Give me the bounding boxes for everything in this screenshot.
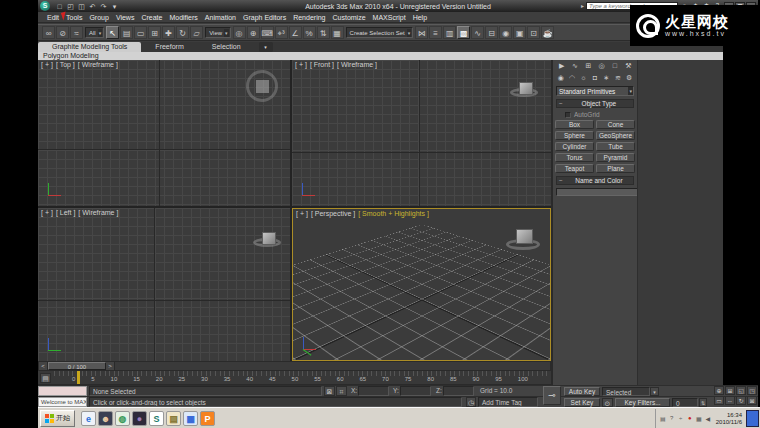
viewcube[interactable]: [516, 229, 533, 244]
recorder-tray-icon[interactable]: ●: [686, 415, 694, 422]
selection-filter-dropdown[interactable]: All ▾: [85, 27, 104, 38]
menu-help[interactable]: Help: [413, 14, 427, 21]
folder-window-icon[interactable]: ▤: [166, 411, 181, 426]
select-and-manipulate-icon[interactable]: ⊕: [247, 26, 260, 39]
viewport-shading[interactable]: [ Wireframe ]: [78, 209, 118, 216]
save-file-icon[interactable]: ◫: [77, 2, 86, 11]
zoom-region-icon[interactable]: ▭: [714, 396, 724, 405]
image-viewer-icon[interactable]: ▦: [183, 411, 198, 426]
snaps-toggle-3d-icon[interactable]: ⌖³: [275, 26, 288, 39]
menu-animation[interactable]: Animation: [205, 14, 236, 21]
viewport-shading[interactable]: [ Wireframe ]: [78, 61, 118, 68]
printer-tray-icon[interactable]: ▦: [695, 415, 703, 422]
unlink-selection-icon[interactable]: ⊘: [56, 26, 69, 39]
viewport-menu-icon[interactable]: [ + ]: [41, 61, 53, 68]
mirror-icon[interactable]: ⋈: [415, 26, 428, 39]
create-torus[interactable]: Torus: [555, 153, 594, 162]
help-tray-icon[interactable]: ?: [668, 415, 676, 422]
window-crossing-icon[interactable]: ⊞: [148, 26, 161, 39]
zoom-extents-all-icon[interactable]: ◳: [747, 386, 757, 395]
utilities-tab-icon[interactable]: ⚒: [623, 61, 633, 71]
bind-to-space-warp-icon[interactable]: ≈: [70, 26, 83, 39]
menu-edit[interactable]: Edit: [47, 14, 59, 21]
ribbon-minimize-icon[interactable]: ▾: [259, 42, 273, 52]
track-bar[interactable]: ▤ 05101520253035404550556065707580859095…: [38, 371, 551, 385]
keyboard-shortcut-override-icon[interactable]: ⌨: [261, 26, 274, 39]
cameras-icon[interactable]: ◘: [590, 73, 600, 83]
menu-graph-editors[interactable]: Graph Editors: [243, 14, 286, 21]
display-tab-icon[interactable]: □: [610, 61, 620, 71]
create-tab-icon[interactable]: ▶: [557, 61, 567, 71]
menu-views[interactable]: Views: [116, 14, 135, 21]
menu-maxscript[interactable]: MAXScript: [373, 14, 406, 21]
hierarchy-tab-icon[interactable]: ⊞: [583, 61, 593, 71]
named-selection-set-dropdown[interactable]: Create Selection Set ▾: [346, 27, 414, 38]
qat-options-icon[interactable]: ▾: [110, 2, 119, 11]
undo-icon[interactable]: ↶: [88, 2, 97, 11]
select-and-rotate-icon[interactable]: ↻: [176, 26, 189, 39]
qq-messenger-icon[interactable]: ☻: [98, 411, 113, 426]
current-frame-field[interactable]: 0: [672, 398, 698, 407]
mini-trackbar-icon[interactable]: ▤: [40, 373, 51, 383]
key-set-dropdown[interactable]: Selected: [602, 387, 650, 396]
time-slider[interactable]: < 0 / 100 >: [38, 361, 551, 371]
language-bar[interactable]: [746, 410, 759, 427]
set-keys-button[interactable]: ⊸: [543, 386, 561, 405]
create-cone[interactable]: Cone: [596, 120, 635, 129]
scanner-tray-icon[interactable]: ▤: [659, 415, 667, 422]
select-object-icon[interactable]: ↖: [106, 26, 119, 39]
maxscript-mini-listener-macro[interactable]: [38, 386, 87, 396]
frame-spinner[interactable]: ⇅: [699, 398, 707, 407]
rectangular-selection-region-icon[interactable]: ▭: [134, 26, 147, 39]
viewcube[interactable]: [262, 232, 276, 245]
auto-key-button[interactable]: Auto Key: [564, 387, 600, 396]
motion-tab-icon[interactable]: ◎: [597, 61, 607, 71]
render-production-icon[interactable]: ☕: [541, 26, 554, 39]
ime-tray-icon[interactable]: ÷: [677, 415, 685, 422]
viewport-left[interactable]: [ + ] [ Left ] [ Wireframe ]: [38, 208, 290, 361]
viewport-menu-icon[interactable]: [ + ]: [41, 209, 53, 216]
create-pyramid[interactable]: Pyramid: [596, 153, 635, 162]
selection-lock-icon[interactable]: ⊠: [324, 386, 335, 396]
percent-snap-icon[interactable]: %: [303, 26, 316, 39]
align-icon[interactable]: ≡: [429, 26, 442, 39]
create-plane[interactable]: Plane: [596, 164, 635, 173]
viewport-shading[interactable]: [ Wireframe ]: [337, 61, 377, 68]
primitive-category-dropdown[interactable]: Standard Primitives ▾: [556, 86, 634, 96]
infocenter-expand-icon[interactable]: ▸: [581, 2, 584, 9]
time-slider-prev-icon[interactable]: <: [39, 362, 48, 370]
viewcube[interactable]: [246, 70, 278, 102]
zoom-extents-icon[interactable]: ◱: [736, 386, 746, 395]
create-geosphere[interactable]: GeoSphere: [596, 131, 635, 140]
graphite-modeling-toggle-icon[interactable]: ▩: [457, 26, 470, 39]
lights-icon[interactable]: ☼: [579, 73, 589, 83]
viewcube-face[interactable]: [256, 80, 269, 93]
modify-tab-icon[interactable]: ∿: [570, 61, 580, 71]
space-warps-icon[interactable]: ≋: [613, 73, 623, 83]
use-pivot-point-center-icon[interactable]: ◎: [233, 26, 246, 39]
3ds-max-app-icon[interactable]: S: [149, 411, 164, 426]
time-slider-thumb[interactable]: 0 / 100: [48, 362, 106, 370]
create-tube[interactable]: Tube: [596, 142, 635, 151]
systems-icon[interactable]: ⚙: [624, 73, 634, 83]
add-time-tag[interactable]: Add Time Tag: [478, 397, 538, 407]
spinner-snap-icon[interactable]: ⇅: [317, 26, 330, 39]
viewport-name[interactable]: [ Left ]: [56, 209, 75, 216]
viewport-shading[interactable]: [ Smooth + Highlights ]: [358, 210, 429, 217]
name-color-rollout-header[interactable]: − Name and Color: [556, 176, 634, 185]
key-filters-button[interactable]: Key Filters...: [615, 398, 670, 407]
redo-icon[interactable]: ↷: [99, 2, 108, 11]
select-and-scale-icon[interactable]: ▱: [190, 26, 203, 39]
schematic-view-icon[interactable]: ⊟: [485, 26, 498, 39]
volume-tray-icon[interactable]: ◀: [704, 415, 712, 422]
create-sphere[interactable]: Sphere: [555, 131, 594, 140]
viewport-perspective[interactable]: [ + ] [ Perspective ] [ Smooth + Highlig…: [292, 208, 551, 361]
menu-customize[interactable]: Customize: [332, 14, 365, 21]
angle-snap-icon[interactable]: ∠: [289, 26, 302, 39]
viewport-name[interactable]: [ Perspective ]: [311, 210, 355, 217]
create-teapot[interactable]: Teapot: [555, 164, 594, 173]
viewport-name[interactable]: [ Front ]: [310, 61, 334, 68]
menu-modifiers[interactable]: Modifiers: [169, 14, 197, 21]
time-slider-next-icon[interactable]: >: [106, 362, 115, 370]
reference-coordinate-dropdown[interactable]: View ▾: [205, 27, 230, 38]
